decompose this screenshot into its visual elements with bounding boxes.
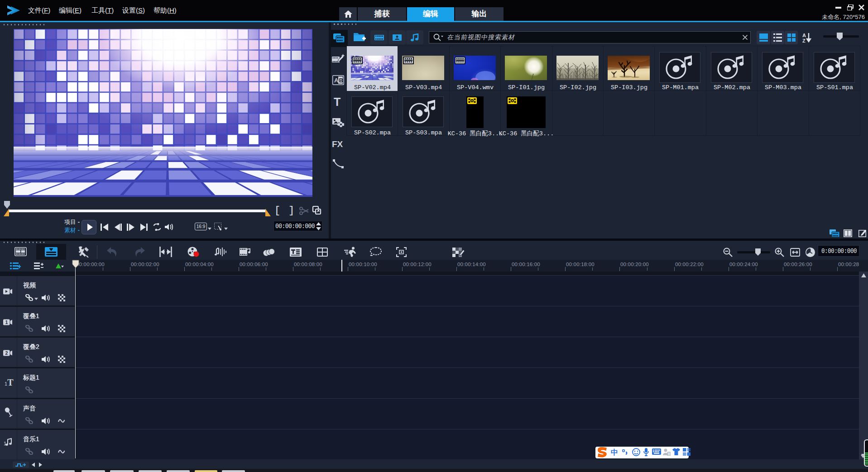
svg-text:2: 2: [5, 350, 8, 356]
svg-text:A: A: [334, 77, 339, 84]
svg-text:1: 1: [5, 319, 8, 325]
svg-text:B: B: [339, 77, 343, 84]
svg-text:Z: Z: [802, 38, 806, 43]
svg-text:A: A: [802, 33, 806, 38]
